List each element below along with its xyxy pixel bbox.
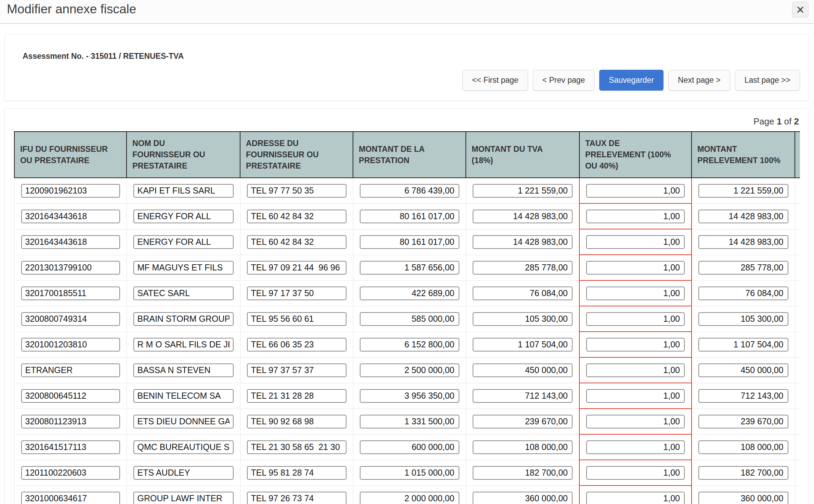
nom-input[interactable] [133, 440, 234, 454]
nom-input[interactable] [133, 312, 234, 326]
adresse-input[interactable] [247, 389, 346, 403]
nom-input[interactable] [133, 389, 234, 403]
prestation-input[interactable] [360, 492, 459, 504]
taux-input[interactable] [586, 184, 685, 198]
tva-input[interactable] [473, 440, 573, 454]
prestation-input[interactable] [360, 363, 459, 377]
prelevement-input[interactable] [698, 210, 788, 223]
last-page-button[interactable]: Last page >> [735, 70, 800, 91]
ifu-input[interactable] [21, 440, 120, 454]
prelevement-input[interactable] [698, 440, 788, 454]
ifu-input[interactable] [21, 312, 120, 326]
prelevement-input[interactable] [698, 338, 788, 352]
taux-input[interactable] [586, 440, 685, 454]
prev-page-button[interactable]: < Prev page [533, 70, 595, 91]
adresse-input[interactable] [247, 492, 346, 504]
prestation-input[interactable] [360, 235, 459, 249]
prelevement-input[interactable] [698, 415, 788, 428]
taux-input[interactable] [586, 287, 685, 300]
taux-input[interactable] [586, 235, 685, 249]
tva-input[interactable] [473, 287, 573, 300]
taux-input[interactable] [586, 415, 685, 428]
prelevement-input[interactable] [698, 184, 788, 198]
prestation-input[interactable] [360, 312, 459, 326]
taux-input[interactable] [586, 338, 685, 352]
adresse-input[interactable] [247, 466, 346, 480]
prestation-input[interactable] [360, 466, 459, 480]
tva-input[interactable] [473, 312, 573, 326]
adresse-input[interactable] [247, 235, 346, 249]
tva-input[interactable] [473, 184, 573, 198]
prestation-input[interactable] [360, 415, 459, 428]
ifu-input[interactable] [21, 338, 120, 352]
taux-input[interactable] [586, 466, 685, 480]
adresse-input[interactable] [247, 440, 346, 454]
taux-input[interactable] [586, 389, 685, 403]
total-pages-number: 2 [794, 116, 799, 127]
taux-input[interactable] [586, 312, 685, 326]
nom-input[interactable] [133, 415, 234, 428]
adresse-input[interactable] [247, 287, 346, 300]
adresse-input[interactable] [247, 363, 346, 377]
prestation-input[interactable] [360, 261, 459, 275]
ifu-input[interactable] [21, 492, 120, 504]
adresse-input[interactable] [247, 415, 346, 428]
save-button[interactable]: Sauvegarder [599, 70, 664, 91]
taux-input[interactable] [586, 492, 685, 504]
prestation-input[interactable] [360, 338, 459, 352]
ifu-input[interactable] [21, 287, 120, 300]
adresse-input[interactable] [247, 184, 346, 198]
taux-input[interactable] [586, 210, 685, 223]
ifu-input[interactable] [21, 466, 120, 480]
taux-input[interactable] [586, 261, 685, 275]
prelevement-input[interactable] [698, 261, 788, 275]
prestation-input[interactable] [360, 184, 459, 198]
prelevement-input[interactable] [698, 389, 788, 403]
taux-input[interactable] [586, 363, 685, 377]
close-button[interactable]: × [792, 2, 809, 17]
adresse-input[interactable] [247, 338, 346, 352]
ifu-input[interactable] [21, 261, 120, 275]
prestation-input[interactable] [360, 440, 459, 454]
prestation-input[interactable] [360, 210, 459, 223]
tva-input[interactable] [473, 492, 573, 504]
nom-input[interactable] [133, 184, 234, 198]
nom-input[interactable] [133, 492, 234, 504]
ifu-input[interactable] [21, 235, 120, 249]
prelevement-input[interactable] [698, 363, 788, 377]
tva-input[interactable] [473, 235, 573, 249]
nom-input[interactable] [133, 363, 234, 377]
tva-input[interactable] [473, 415, 573, 428]
ifu-input[interactable] [21, 210, 120, 223]
prelevement-input[interactable] [698, 235, 788, 249]
nom-input[interactable] [133, 210, 234, 223]
adresse-input[interactable] [247, 261, 346, 275]
ifu-input[interactable] [21, 184, 120, 198]
nom-input[interactable] [133, 287, 234, 300]
prestation-input[interactable] [360, 389, 459, 403]
ifu-input[interactable] [21, 389, 120, 403]
ifu-input[interactable] [21, 415, 120, 428]
tva-input[interactable] [473, 389, 573, 403]
prelevement-input[interactable] [698, 312, 788, 326]
first-page-button[interactable]: << First page [462, 70, 528, 91]
tva-input[interactable] [473, 466, 573, 480]
prelevement-input[interactable] [698, 492, 788, 504]
cell-taux [579, 460, 692, 486]
tva-input[interactable] [473, 261, 573, 275]
adresse-input[interactable] [247, 312, 346, 326]
next-page-button[interactable]: Next page > [668, 70, 730, 91]
prelevement-input[interactable] [698, 466, 788, 480]
ifu-input[interactable] [21, 363, 120, 377]
nom-input[interactable] [133, 261, 234, 275]
cell-taux [579, 434, 692, 460]
prestation-input[interactable] [360, 287, 459, 300]
prelevement-input[interactable] [698, 287, 788, 300]
nom-input[interactable] [133, 466, 234, 480]
nom-input[interactable] [133, 235, 234, 249]
adresse-input[interactable] [247, 210, 346, 223]
tva-input[interactable] [473, 363, 573, 377]
nom-input[interactable] [133, 338, 234, 352]
tva-input[interactable] [473, 210, 573, 223]
tva-input[interactable] [473, 338, 573, 352]
